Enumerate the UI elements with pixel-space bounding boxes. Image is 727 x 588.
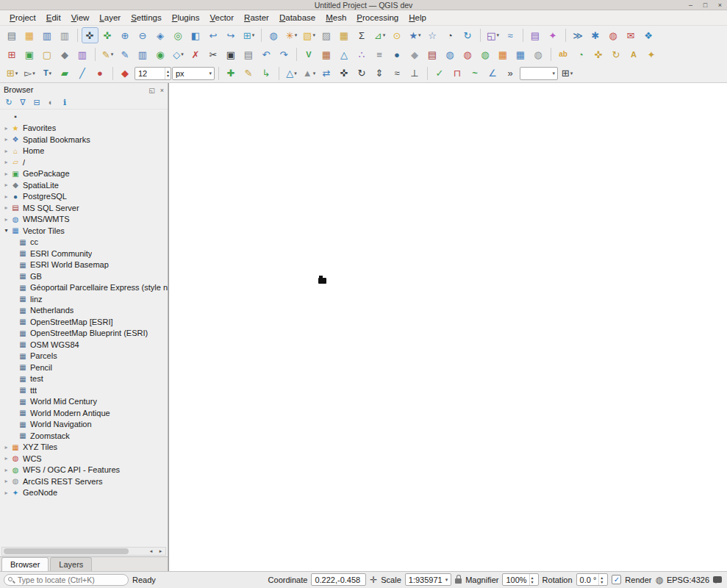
- menu-processing[interactable]: Processing: [351, 12, 404, 24]
- tree-item-geoportail[interactable]: ▦ Géoportail Parcellaire Express (style …: [0, 282, 168, 294]
- new-annotation-layer-button[interactable]: ⊞▾: [4, 65, 21, 82]
- expand-arrow-icon[interactable]: ▸: [2, 148, 10, 154]
- scale-combo[interactable]: 1:935971 ▾: [405, 573, 451, 586]
- tree-item-cc[interactable]: ▦ cc: [0, 237, 168, 248]
- menu-database[interactable]: Database: [274, 12, 320, 24]
- expand-arrow-icon[interactable]: ▸: [2, 490, 10, 496]
- spin-down-icon[interactable]: ▾: [531, 580, 534, 584]
- new-3d-map-view-button[interactable]: ◱▾: [484, 27, 501, 43]
- close-button[interactable]: ×: [716, 1, 724, 9]
- expand-arrow-icon[interactable]: ▸: [2, 204, 10, 211]
- coordinate-field[interactable]: 0.222,-0.458: [311, 573, 366, 586]
- line-annotation-button[interactable]: ╱: [74, 65, 91, 82]
- tree-item-openstreetmap-esri[interactable]: ▦ OpenStreetMap [ESRI]: [0, 316, 168, 328]
- tree-item-world-mid-century[interactable]: ▦ World Mid Century: [0, 396, 168, 408]
- font-size-spin-arrows[interactable]: ▴▾: [165, 68, 171, 79]
- add-mssql-layer-button[interactable]: ▤: [424, 46, 441, 62]
- save-project-as-button[interactable]: ▥: [57, 27, 74, 43]
- spin-down-icon[interactable]: ▾: [167, 74, 169, 78]
- tab-browser[interactable]: Browser: [1, 557, 49, 571]
- extents-toggle-icon[interactable]: ✛: [370, 575, 377, 585]
- menu-view[interactable]: View: [66, 12, 95, 24]
- python-console-button[interactable]: ≫: [570, 27, 587, 43]
- browser-info-button[interactable]: ℹ: [59, 96, 71, 108]
- messages-icon[interactable]: [713, 576, 722, 583]
- expand-arrow-icon[interactable]: ▸: [2, 171, 10, 177]
- refresh-map-button[interactable]: ↻: [459, 27, 476, 43]
- tree-item-linz[interactable]: ▦ linz: [0, 293, 168, 305]
- scrollbar-thumb[interactable]: [4, 548, 129, 554]
- rotate-label-button[interactable]: ↻: [608, 46, 625, 62]
- simplify-feature-button[interactable]: ≈: [389, 65, 406, 82]
- menu-mesh[interactable]: Mesh: [320, 12, 351, 24]
- elevation-profile-button[interactable]: ≈: [502, 27, 519, 43]
- layout-manager-button[interactable]: ▤: [527, 27, 544, 43]
- tree-item-osm-wgs84[interactable]: ▦ OSM WGS84: [0, 339, 168, 351]
- zoom-full-button[interactable]: ◈: [152, 27, 169, 43]
- spin-down-icon[interactable]: ▾: [601, 580, 603, 584]
- expand-arrow-icon[interactable]: ▸: [2, 444, 10, 451]
- text-color-button[interactable]: ◆: [117, 65, 134, 82]
- tree-item-wfs-ogc-api-features[interactable]: ▸ ◍ WFS / OGC API - Features: [0, 465, 168, 476]
- move-label-button[interactable]: ✜: [590, 46, 607, 62]
- add-raster-layer-button[interactable]: ▦: [318, 46, 335, 62]
- tree-item-wms-wmts[interactable]: ▸ ◍ WMS/WMTS: [0, 214, 168, 226]
- osm-place-search-button[interactable]: ◍: [605, 27, 622, 43]
- new-spatialite-layer-button[interactable]: ◆: [57, 46, 74, 62]
- render-checkbox[interactable]: ✓: [612, 575, 621, 584]
- paste-features-button[interactable]: ▤: [240, 46, 257, 62]
- properties-widget-button[interactable]: ◐: [45, 96, 57, 108]
- save-layer-edits-button[interactable]: ▥: [135, 46, 151, 62]
- tree-item-spatialite[interactable]: ▸ ◆ SpatiaLite: [0, 179, 168, 191]
- magnifier-spinbox[interactable]: 100% ▴▾: [502, 573, 538, 586]
- tree-item-root[interactable]: ▸ ▱ /: [0, 157, 168, 168]
- add-wms-layer-button[interactable]: ◍: [442, 46, 459, 62]
- layer-labeling-button[interactable]: ab: [555, 46, 572, 62]
- map-tips-button[interactable]: ⊙: [389, 27, 406, 43]
- options-dropdown-button[interactable]: ⊞▾: [559, 65, 576, 82]
- crs-globe-icon[interactable]: ◍: [655, 575, 662, 585]
- mesh-select-button[interactable]: ▲▾: [301, 65, 318, 82]
- font-unit-combo[interactable]: px ▾: [172, 67, 215, 80]
- lock-scale-icon[interactable]: [455, 578, 462, 584]
- add-point-cloud-layer-button[interactable]: ∴: [354, 46, 370, 62]
- text-annotation-button[interactable]: T▾: [39, 65, 56, 82]
- style-manager-button[interactable]: ✦: [545, 27, 562, 43]
- menu-plugins[interactable]: Plugins: [167, 12, 205, 24]
- new-virtual-layer-button[interactable]: ▥: [74, 46, 91, 62]
- add-vector-layer-button[interactable]: V: [301, 46, 318, 62]
- undo-button[interactable]: ↶: [258, 46, 275, 62]
- tree-item-gb[interactable]: ▦ GB: [0, 270, 168, 282]
- copy-features-button[interactable]: ▣: [223, 46, 240, 62]
- tree-item-netherlands[interactable]: ▦ Netherlands: [0, 305, 168, 317]
- close-panel-button[interactable]: ×: [160, 87, 164, 94]
- tree-item-esri-world-basemap[interactable]: ▦ ESRI World Basemap: [0, 259, 168, 271]
- tree-item-top[interactable]: ▪: [0, 111, 168, 123]
- cut-features-button[interactable]: ✂: [205, 46, 222, 62]
- expand-arrow-icon[interactable]: ▸: [2, 159, 10, 165]
- zoom-to-selection-button[interactable]: ◎: [170, 27, 187, 43]
- new-map-view-button[interactable]: ⊞▾: [240, 27, 257, 43]
- font-size-value[interactable]: 12: [135, 69, 165, 78]
- tree-item-arcgis-rest-servers[interactable]: ▸ ◍ ArcGIS REST Servers: [0, 476, 168, 487]
- rotation-spin-arrows[interactable]: ▴▾: [598, 574, 604, 585]
- zoom-out-button[interactable]: ⊖: [135, 27, 151, 43]
- tree-item-pencil[interactable]: ▦ Pencil: [0, 362, 168, 373]
- redo-button[interactable]: ↷: [276, 46, 293, 62]
- tree-item-ttt[interactable]: ▦ ttt: [0, 384, 168, 396]
- processing-toolbox-button[interactable]: ✱: [587, 27, 604, 43]
- font-size-spinbox[interactable]: 12 ▴▾: [135, 67, 171, 80]
- callout-tool-button[interactable]: ↳: [258, 65, 275, 82]
- add-arcgis-layer-button[interactable]: ◍: [530, 46, 547, 62]
- trim-extend-button[interactable]: ⊥: [407, 65, 423, 82]
- snapping-toggle-button[interactable]: ⊓: [449, 65, 466, 82]
- marker-annotation-button[interactable]: ●: [92, 65, 109, 82]
- map-canvas[interactable]: [168, 83, 727, 571]
- run-feature-action-button[interactable]: ✳▾: [283, 27, 300, 43]
- new-shapefile-layer-button[interactable]: ▢: [39, 46, 56, 62]
- layer-diagram-button[interactable]: ◔: [573, 46, 590, 62]
- plugin-button-a[interactable]: ✉: [623, 27, 640, 43]
- zoom-to-layers-button[interactable]: ◧: [187, 27, 204, 43]
- select-features-button[interactable]: ▧▾: [301, 27, 318, 43]
- rotation-value[interactable]: 0.0 °: [580, 576, 599, 584]
